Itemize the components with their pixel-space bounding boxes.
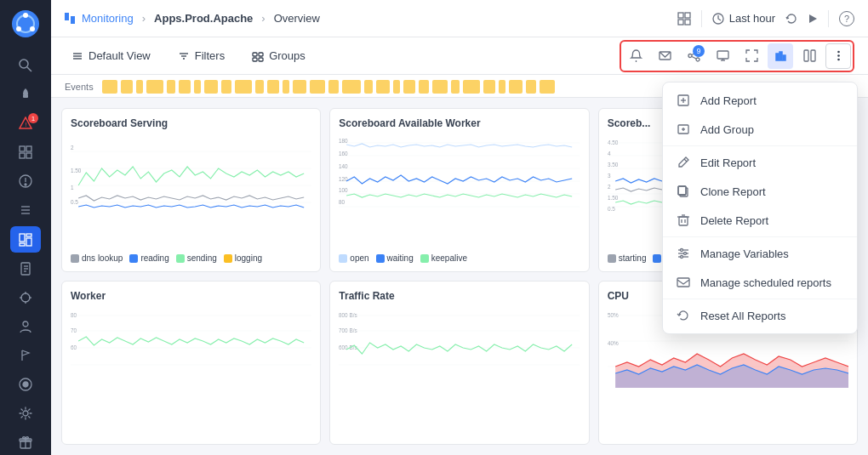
- filters-label: Filters: [195, 49, 225, 62]
- event-block: [376, 80, 390, 94]
- event-block: [121, 80, 133, 94]
- legend-reading: reading: [129, 253, 168, 263]
- event-block: [463, 80, 480, 94]
- topnav-brand[interactable]: Monitoring: [65, 12, 134, 25]
- alert-bell-button[interactable]: [623, 43, 648, 69]
- tv-button[interactable]: [710, 43, 735, 69]
- dashboard-switcher[interactable]: [677, 12, 691, 26]
- add-group-item[interactable]: Add Group: [663, 115, 857, 144]
- time-range-label: Last hour: [729, 12, 775, 25]
- sidebar-doc[interactable]: [10, 256, 41, 282]
- svg-rect-7: [23, 94, 28, 98]
- sidebar-list[interactable]: [10, 197, 41, 223]
- split-view-button[interactable]: [797, 43, 822, 69]
- svg-text:3: 3: [608, 173, 611, 179]
- add-report-icon: [677, 94, 692, 107]
- event-block: [451, 80, 460, 94]
- delete-report-item[interactable]: Delete Report: [663, 206, 857, 235]
- svg-rect-70: [783, 55, 785, 60]
- delete-report-icon: [677, 213, 692, 227]
- share-link-button[interactable]: 9: [681, 43, 706, 69]
- topnav-path1[interactable]: Apps.Prod.Apache: [154, 12, 253, 25]
- refresh-button[interactable]: [785, 13, 797, 25]
- event-block: [136, 80, 143, 94]
- sidebar-flag[interactable]: [10, 343, 41, 368]
- svg-rect-20: [26, 238, 31, 246]
- edit-report-item[interactable]: Edit Report: [663, 148, 857, 177]
- help-button[interactable]: ?: [839, 11, 854, 26]
- sidebar-circle[interactable]: [10, 372, 41, 397]
- sidebar-logo[interactable]: [10, 9, 41, 39]
- svg-rect-22: [26, 234, 31, 236]
- edit-report-label: Edit Report: [700, 156, 756, 169]
- chart-title-traffic-rate: Traffic Rate: [339, 290, 580, 302]
- legend-label: starting: [619, 253, 647, 263]
- dropdown-divider-1: [663, 145, 857, 146]
- event-block: [179, 80, 191, 94]
- default-view-button[interactable]: Default View: [65, 46, 157, 65]
- sidebar-search[interactable]: [10, 53, 41, 78]
- groups-button[interactable]: Groups: [245, 46, 312, 65]
- event-block: [221, 80, 231, 94]
- sidebar-rocket[interactable]: [10, 82, 41, 107]
- svg-rect-43: [685, 13, 690, 18]
- legend-dns-lookup: dns lookup: [71, 253, 123, 263]
- clone-report-item[interactable]: Clone Report: [663, 177, 857, 206]
- manage-variables-item[interactable]: Manage Variables: [663, 239, 857, 268]
- chart-scoreboard-serving: Scoreboard Serving 2 1.50 1 0.5: [61, 108, 321, 272]
- topnav-path2: Overview: [274, 12, 320, 25]
- reset-all-reports-item[interactable]: Reset All Reports: [663, 301, 857, 330]
- sidebar-settings[interactable]: [10, 401, 41, 426]
- sidebar-person[interactable]: [10, 314, 41, 339]
- play-button[interactable]: [808, 14, 818, 24]
- event-block: [235, 80, 252, 94]
- sidebar-warning[interactable]: [10, 168, 41, 194]
- legend-keepalive: keepalive: [420, 253, 467, 263]
- email-button[interactable]: [652, 43, 677, 69]
- legend-open: open: [339, 253, 368, 263]
- svg-point-73: [837, 51, 840, 54]
- legend-logging: logging: [224, 253, 262, 263]
- toolbar-right: 9: [620, 40, 854, 72]
- svg-text:80: 80: [71, 312, 77, 318]
- svg-point-149: [684, 253, 687, 255]
- svg-rect-55: [259, 53, 263, 56]
- default-view-label: Default View: [89, 49, 151, 62]
- svg-rect-57: [259, 58, 263, 61]
- manage-variables-icon: [677, 247, 692, 260]
- sidebar-grid[interactable]: [10, 139, 41, 165]
- event-block: [403, 80, 415, 94]
- toolbar-left: Default View Filters Groups: [65, 46, 312, 65]
- sidebar-gift[interactable]: [10, 429, 41, 455]
- manage-scheduled-item[interactable]: Manage scheduled reports: [663, 268, 857, 297]
- svg-rect-56: [253, 58, 257, 61]
- toolbar: Default View Filters Groups 9: [51, 37, 868, 75]
- reset-all-icon: [677, 309, 692, 322]
- svg-point-74: [837, 54, 840, 57]
- svg-text:180: 180: [339, 138, 348, 144]
- chart-title-scoreboard-available: Scoreboard Available Worker: [339, 117, 580, 129]
- more-options-button[interactable]: [825, 43, 851, 69]
- clone-report-label: Clone Report: [700, 185, 766, 198]
- sidebar-dashboard[interactable]: [10, 226, 41, 252]
- svg-point-4: [16, 26, 21, 31]
- legend-label: open: [350, 253, 368, 263]
- svg-text:100: 100: [339, 187, 348, 193]
- svg-rect-141: [679, 217, 688, 225]
- add-report-item[interactable]: Add Report: [663, 86, 857, 115]
- expand-button[interactable]: [739, 43, 764, 69]
- bar-chart-view-button[interactable]: [768, 43, 793, 69]
- sidebar-alert[interactable]: ! 1: [10, 111, 41, 136]
- legend-label: sending: [187, 253, 217, 263]
- topnav-monitoring[interactable]: Monitoring: [82, 12, 134, 25]
- breadcrumb-sep1: ›: [142, 12, 146, 25]
- sidebar-crosshair[interactable]: [10, 285, 41, 310]
- filters-button[interactable]: Filters: [171, 46, 231, 65]
- svg-rect-68: [776, 54, 779, 60]
- chart-worker: Worker 80 70 60: [61, 281, 321, 445]
- chart-legend-scoreboard-available: open waiting keepalive: [339, 253, 580, 263]
- svg-marker-47: [809, 14, 817, 23]
- time-range-selector[interactable]: Last hour: [712, 12, 775, 25]
- svg-point-61: [688, 54, 692, 58]
- delete-report-label: Delete Report: [700, 214, 768, 227]
